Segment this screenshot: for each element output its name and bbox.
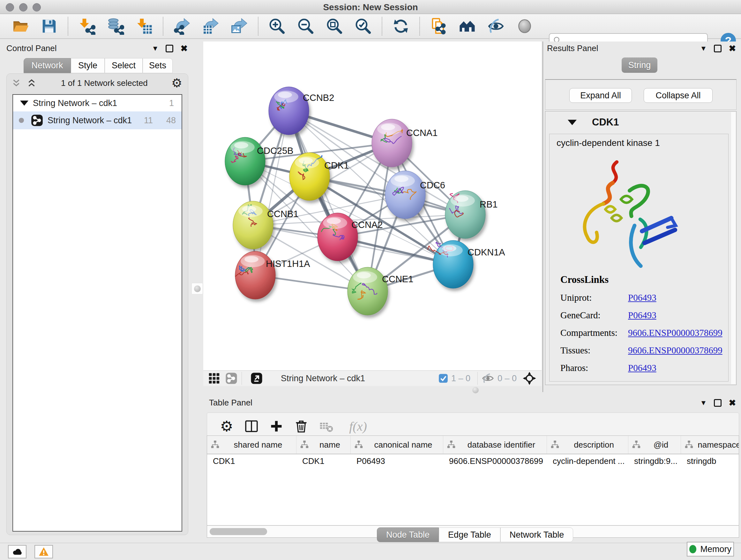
expand-all-networks-icon[interactable] <box>10 78 22 88</box>
tree-expander-icon[interactable] <box>20 101 28 106</box>
column-header-canonical-name[interactable]: canonical name <box>351 436 443 454</box>
column-header--id[interactable]: @id <box>628 436 681 454</box>
delete-column-button[interactable] <box>294 419 309 434</box>
expand-all-button[interactable]: Expand All <box>569 88 632 103</box>
table-cell[interactable]: stringdb:9... <box>628 456 681 466</box>
entry-expander-icon[interactable] <box>568 120 577 125</box>
node-RB1[interactable] <box>445 191 485 239</box>
table-cell[interactable]: stringdb <box>681 456 739 466</box>
results-panel: Results Panel ▼ ✖ String Expand All Coll… <box>542 42 741 392</box>
table-cell[interactable]: CDK1 <box>296 456 351 466</box>
panel-float-icon[interactable] <box>165 45 173 52</box>
scrollbar-thumb[interactable] <box>210 528 267 535</box>
zoom-selected-button[interactable] <box>351 17 375 36</box>
collection-count: 1 <box>169 98 174 108</box>
tab-string[interactable]: String <box>622 57 657 73</box>
zoom-in-button[interactable] <box>265 17 289 36</box>
duplicate-network-button[interactable] <box>426 17 451 36</box>
table-cell[interactable]: 9606.ENSP00000378699 <box>443 456 547 466</box>
current-network-name: String Network – cdk1 <box>281 374 365 383</box>
export-image-button[interactable] <box>227 17 252 36</box>
show-all-button[interactable] <box>513 17 537 36</box>
node-CDK1[interactable] <box>289 152 330 200</box>
node-CCNB1[interactable] <box>233 201 273 249</box>
column-header-label: @id <box>641 440 681 450</box>
horizontal-splitter-handle[interactable] <box>472 387 479 393</box>
import-database-button[interactable] <box>104 17 128 36</box>
column-header-name[interactable]: name <box>296 436 351 454</box>
export-table-button[interactable] <box>199 17 223 36</box>
hide-selected-button[interactable] <box>484 17 508 36</box>
collapse-all-button[interactable]: Collapse All <box>644 88 713 103</box>
column-header-label: name <box>309 440 350 450</box>
panel-collapse-icon[interactable]: ▼ <box>152 45 159 52</box>
tab-style[interactable]: Style <box>71 58 105 73</box>
crosslink-value-link[interactable]: 9606.ENSP00000378699 <box>628 345 723 356</box>
panel-close-icon[interactable]: ✖ <box>729 45 736 52</box>
birds-eye-view-icon[interactable] <box>522 371 536 385</box>
tab-sets[interactable]: Sets <box>143 58 173 73</box>
crosslink-label: Uniprot: <box>560 293 628 303</box>
hidden-count-eye-slash-icon[interactable] <box>482 372 494 385</box>
table-cell[interactable]: CDK1 <box>207 456 296 466</box>
node-label-CCNA2: CCNA2 <box>351 220 383 230</box>
network-row[interactable]: String Network – cdk1 11 48 <box>13 111 182 129</box>
separator <box>477 372 478 385</box>
warning-icon <box>38 546 49 557</box>
results-scrollbar[interactable] <box>731 112 736 384</box>
tab-network-table[interactable]: Network Table <box>500 527 574 542</box>
zoom-fit-button[interactable] <box>322 17 347 36</box>
split-columns-button[interactable] <box>244 419 259 434</box>
crosslink-value-link[interactable]: P06493 <box>628 363 657 373</box>
table-cell[interactable]: cyclin-dependent ... <box>547 456 628 466</box>
first-neighbors-button[interactable] <box>455 17 479 36</box>
node-CCNA1[interactable] <box>372 119 412 167</box>
panel-collapse-icon[interactable]: ▼ <box>700 45 707 52</box>
crosslink-value-link[interactable]: P06493 <box>628 293 657 303</box>
splitter-knob-icon <box>472 387 479 393</box>
selected-count-checkbox-icon[interactable] <box>439 374 448 383</box>
crosslink-value-link[interactable]: 9606.ENSP00000378699 <box>628 327 723 338</box>
open-in-new-window-icon[interactable] <box>250 372 263 385</box>
column-header-shared-name[interactable]: shared name <box>207 436 296 454</box>
memory-button[interactable]: Memory <box>687 542 734 557</box>
crosslink-value-link[interactable]: P06493 <box>628 310 657 320</box>
panel-close-icon[interactable]: ✖ <box>729 399 736 407</box>
column-header-label: description <box>560 440 628 450</box>
export-network-button[interactable] <box>170 17 194 36</box>
table-settings-button[interactable]: ⚙ <box>219 419 234 434</box>
grid-view-icon[interactable] <box>208 372 220 385</box>
tab-edge-table[interactable]: Edge Table <box>439 527 500 542</box>
column-header-namespace[interactable]: namespace <box>681 436 739 454</box>
cloud-status-button[interactable] <box>8 545 26 558</box>
import-network-button[interactable] <box>75 17 99 36</box>
zoom-out-button[interactable] <box>293 17 318 36</box>
panel-collapse-icon[interactable]: ▼ <box>700 400 707 406</box>
apply-layout-button[interactable] <box>389 17 413 36</box>
network-canvas[interactable]: CCNB2 CCNA1 CDC25B CDK1 CDC6 RB1 CCNB1 <box>203 42 542 370</box>
node-CDC6[interactable] <box>385 171 425 219</box>
save-session-button[interactable] <box>37 17 61 36</box>
network-badge-icon[interactable] <box>225 372 238 385</box>
gear-icon[interactable]: ⚙ <box>172 77 182 89</box>
gene-entry-header[interactable]: CDK1 <box>547 114 729 131</box>
panel-float-icon[interactable] <box>714 399 722 407</box>
table-cell[interactable]: P06493 <box>351 456 443 466</box>
tab-node-table[interactable]: Node Table <box>377 527 439 542</box>
panel-close-icon[interactable]: ✖ <box>180 45 188 52</box>
network-collection-row[interactable]: String Network – cdk1 1 <box>13 95 182 111</box>
first-neighbors-icon <box>459 17 476 35</box>
add-column-button[interactable] <box>269 419 284 434</box>
column-header-database-identifier[interactable]: database identifier <box>443 436 547 454</box>
column-header-description[interactable]: description <box>547 436 628 454</box>
panel-float-icon[interactable] <box>714 45 722 52</box>
node-CDC25B[interactable] <box>225 137 265 185</box>
warning-status-button[interactable] <box>35 545 53 558</box>
clear-table-button <box>319 419 333 434</box>
tab-network[interactable]: Network <box>23 58 71 73</box>
collapse-all-networks-icon[interactable] <box>26 78 37 88</box>
left-splitter-handle[interactable] <box>192 283 203 294</box>
open-session-button[interactable] <box>8 17 32 36</box>
tab-select[interactable]: Select <box>105 58 143 73</box>
import-table-button[interactable] <box>132 17 156 36</box>
